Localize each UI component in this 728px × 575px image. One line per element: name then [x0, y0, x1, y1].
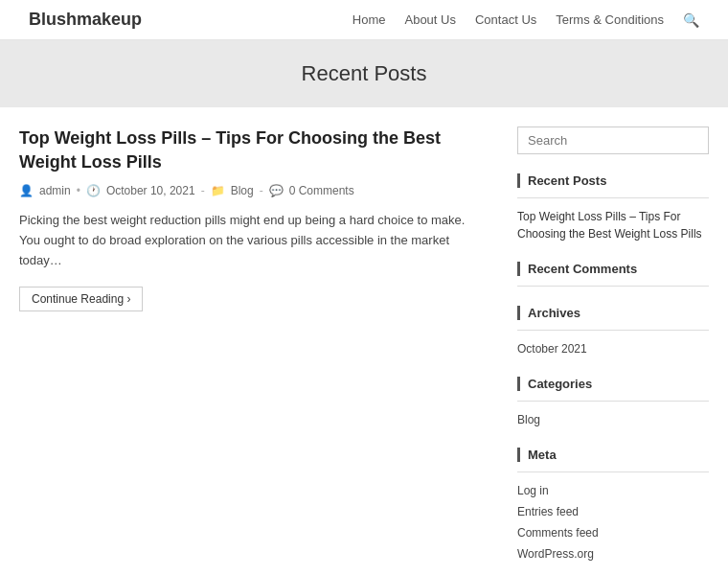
recent-posts-section: Recent Posts Top Weight Loss Pills – Tip…: [517, 173, 709, 242]
sidebar: Recent Posts Top Weight Loss Pills – Tip…: [517, 126, 709, 566]
meta-wordpress[interactable]: WordPress.org: [517, 545, 709, 563]
archives-section: Archives October 2021: [517, 306, 709, 357]
meta-section: Meta Log in Entries feed Comments feed W…: [517, 448, 709, 563]
categories-divider: [517, 401, 709, 402]
site-header: Blushmakeup Home About Us Contact Us Ter…: [0, 0, 728, 40]
archive-item-oct2021[interactable]: October 2021: [517, 340, 709, 357]
meta-login[interactable]: Log in: [517, 482, 709, 499]
nav-home[interactable]: Home: [353, 12, 386, 27]
post-category-icon: 📁: [211, 184, 225, 197]
recent-comments-title: Recent Comments: [517, 262, 709, 276]
nav-terms[interactable]: Terms & Conditions: [556, 12, 664, 27]
search-input[interactable]: [517, 126, 709, 154]
recent-comments-section: Recent Comments: [517, 262, 709, 287]
nav-contact[interactable]: Contact Us: [475, 12, 536, 27]
post-category: Blog: [231, 184, 254, 197]
post-meta: 👤 admin • 🕐 October 10, 2021 - 📁 Blog - …: [19, 184, 489, 197]
meta-comments-feed[interactable]: Comments feed: [517, 524, 709, 541]
post-comments-icon: 💬: [269, 184, 284, 197]
post-author: admin: [39, 184, 71, 197]
post-author-icon: 👤: [19, 184, 34, 197]
post-excerpt: Picking the best weight reduction pills …: [19, 211, 489, 270]
categories-section: Categories Blog: [517, 377, 709, 428]
main-nav: Home About Us Contact Us Terms & Conditi…: [353, 12, 699, 28]
post-article: Top Weight Loss Pills – Tips For Choosin…: [19, 126, 489, 311]
post-comments: 0 Comments: [289, 184, 354, 197]
recent-posts-divider: [517, 197, 709, 198]
meta-entries-feed[interactable]: Entries feed: [517, 503, 709, 520]
hero-banner: Recent Posts: [0, 40, 728, 107]
categories-title: Categories: [517, 377, 709, 391]
archives-title: Archives: [517, 306, 709, 320]
site-title: Blushmakeup: [29, 10, 142, 30]
recent-comments-divider: [517, 286, 709, 287]
meta-title: Meta: [517, 448, 709, 462]
sidebar-search: [517, 126, 709, 154]
meta-sep-3: -: [260, 184, 263, 197]
content-area: Top Weight Loss Pills – Tips For Choosin…: [19, 126, 489, 566]
nav-about[interactable]: About Us: [404, 12, 455, 27]
post-date: October 10, 2021: [106, 184, 195, 197]
search-icon[interactable]: 🔍: [683, 12, 699, 28]
main-container: Top Weight Loss Pills – Tips For Choosin…: [0, 107, 728, 575]
post-title: Top Weight Loss Pills – Tips For Choosin…: [19, 126, 489, 174]
recent-posts-title: Recent Posts: [517, 173, 709, 188]
recent-post-item[interactable]: Top Weight Loss Pills – Tips For Choosin…: [517, 208, 709, 242]
meta-sep-1: •: [77, 184, 80, 197]
meta-divider: [517, 472, 709, 472]
archives-divider: [517, 330, 709, 331]
post-date-icon: 🕐: [86, 184, 101, 197]
hero-title: Recent Posts: [0, 61, 728, 86]
meta-sep-2: -: [201, 184, 205, 197]
category-blog[interactable]: Blog: [517, 411, 709, 428]
continue-reading-button[interactable]: Continue Reading ›: [19, 287, 143, 311]
